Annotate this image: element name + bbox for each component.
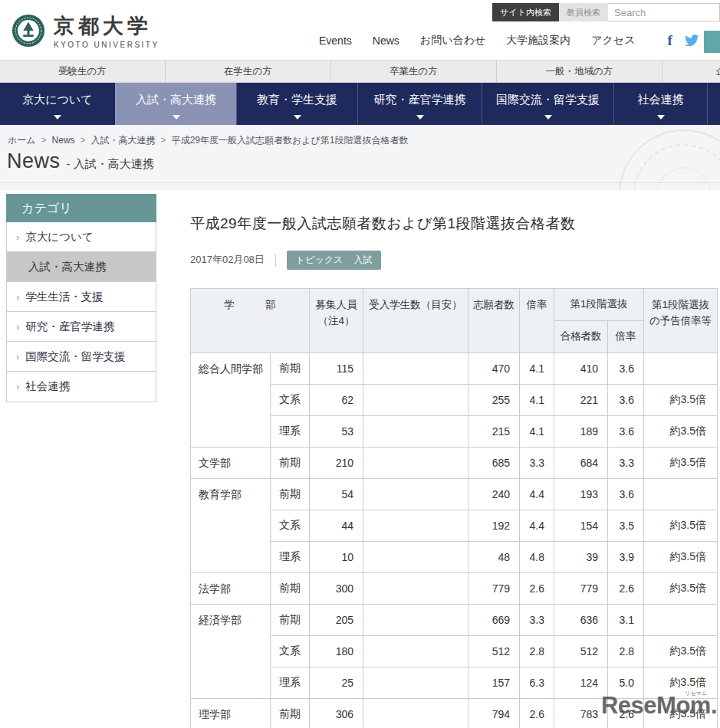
university-emblem-icon: [11, 13, 46, 48]
table-row: 理系 53 215 4.1 189 3.6 約3.5倍: [191, 416, 718, 448]
th-faculty: 学 部: [191, 289, 310, 353]
site-search-tab[interactable]: サイト内検索: [492, 3, 559, 21]
table-row: 理系 10 48 4.8 39 3.9 約3.5倍: [191, 542, 718, 573]
nav-international[interactable]: 国際交流・留学支援: [482, 83, 613, 125]
global-nav: 京大について 入試・高大連携 教育・学生支援 研究・産官学連携 国際交流・留学支…: [0, 83, 720, 125]
chevron-right-icon: ›: [16, 231, 19, 243]
link-news[interactable]: News: [373, 34, 399, 47]
chevron-down-icon: [544, 115, 552, 120]
th-applicants: 志願者数: [468, 289, 520, 353]
sidebar-item-admissions[interactable]: 入試・高大連携: [7, 252, 156, 282]
nav-community[interactable]: 社会連携: [613, 83, 707, 125]
breadcrumb: ホーム>News>入試・高大連携>平成29年度一般入試志願者数および第1段階選抜…: [8, 134, 409, 147]
audience-tab-partial[interactable]: 企: [662, 61, 720, 82]
twitter-icon[interactable]: [684, 34, 699, 48]
category-sidebar: カテゴリ ›京大について 入試・高大連携 ›学生生活・支援 ›研究・産官学連携 …: [6, 194, 156, 402]
chevron-right-icon: ›: [16, 321, 19, 333]
nav-about[interactable]: 京大について: [0, 83, 115, 125]
link-contact[interactable]: お問い合わせ: [420, 34, 485, 48]
th-stage1: 第1段階選抜: [554, 289, 644, 321]
tag-topics[interactable]: トピックス: [296, 254, 343, 267]
nav-admissions[interactable]: 入試・高大連携: [115, 83, 236, 125]
sidebar-item-about[interactable]: ›京大について: [7, 222, 156, 252]
audience-tab-alumni[interactable]: 卒業生の方: [331, 61, 497, 82]
sidebar-item-student-life[interactable]: ›学生生活・支援: [7, 282, 156, 312]
table-row: 文系 44 192 4.4 154 3.5 約3.5倍: [191, 510, 718, 542]
search-input[interactable]: [608, 3, 720, 21]
article-date: 2017年02月08日: [190, 253, 265, 267]
nav-partial-item: [707, 83, 720, 125]
audience-tab-public[interactable]: 一般・地域の方: [497, 61, 662, 82]
table-row: 総合人間学部 前期 115 470 4.1 410 3.6: [191, 353, 718, 385]
page-subtitle: - 入試・高大連携: [67, 157, 154, 172]
article-title: 平成29年度一般入試志願者数および第1段階選抜合格者数: [190, 214, 720, 234]
table-row: 法学部 前期 300 779 2.6 779 2.6 約3.5倍: [191, 573, 718, 605]
admissions-table: 学 部 募集人員（注4） 受入学生数（目安） 志願者数 倍率 第1段階選抜 第1…: [190, 288, 718, 728]
breadcrumb-admissions[interactable]: 入試・高大連携: [91, 135, 156, 146]
th-stage1-ratio: 倍率: [608, 321, 644, 353]
chevron-right-icon: ›: [16, 351, 19, 362]
th-announced: 第1段階選抜の予告倍率等: [644, 289, 718, 353]
divider: [0, 182, 720, 183]
chevron-down-icon: [294, 115, 301, 120]
link-access[interactable]: アクセス: [591, 34, 635, 48]
nav-education[interactable]: 教育・学生支援: [236, 83, 357, 125]
th-recruit: 募集人員（注4）: [310, 289, 363, 353]
chevron-down-icon: [416, 115, 424, 120]
breadcrumb-current: 平成29年度一般入試志願者数および第1段階選抜合格者数: [172, 135, 409, 146]
sidebar-item-international[interactable]: ›国際交流・留学支援: [7, 342, 156, 372]
chevron-down-icon: [173, 115, 180, 120]
sidebar-item-community[interactable]: ›社会連携: [7, 372, 156, 402]
divider: [275, 254, 276, 267]
page-title-band: ホーム>News>入試・高大連携>平成29年度一般入試志願者数および第1段階選抜…: [0, 125, 720, 190]
chevron-down-icon: [657, 115, 665, 120]
search-bar: サイト内検索 教員検索: [492, 3, 720, 21]
link-facilities[interactable]: 大学施設案内: [506, 34, 570, 48]
resemom-watermark: リセマム ReseMom.: [601, 692, 717, 720]
th-accept: 受入学生数（目安）: [363, 289, 468, 353]
faculty-search-tab[interactable]: 教員検索: [559, 3, 608, 21]
table-row: 教育学部 前期 54 240 4.4 193 3.6: [191, 479, 718, 510]
article-tags-badge[interactable]: トピックス 入試: [287, 251, 381, 270]
link-events[interactable]: Events: [319, 34, 352, 47]
table-row: 文学部 前期 210 685 3.3 684 3.3 約3.5倍: [191, 448, 718, 479]
audience-nav: 受験生の方 在学生の方 卒業生の方 一般・地域の方 企: [0, 60, 720, 83]
page-title: News: [7, 149, 61, 173]
tag-admissions[interactable]: 入試: [353, 254, 372, 267]
table-row: 文系 180 512 2.8 512 2.8 約3.5倍: [191, 636, 718, 667]
facebook-icon[interactable]: f: [667, 32, 672, 49]
chevron-right-icon: ›: [16, 291, 19, 303]
article-area: 平成29年度一般入試志願者数および第1段階選抜合格者数 2017年02月08日 …: [188, 190, 720, 728]
breadcrumb-home[interactable]: ホーム: [8, 135, 36, 146]
chevron-right-icon: ›: [16, 381, 19, 392]
university-seal-watermark: [619, 130, 720, 190]
sidebar-title: カテゴリ: [6, 194, 156, 222]
th-ratio: 倍率: [520, 289, 554, 353]
partial-teal-button[interactable]: [704, 31, 720, 53]
site-header: 京都大学 KYOTO UNIVERSITY サイト内検索 教員検索 Events…: [0, 0, 720, 60]
breadcrumb-news[interactable]: News: [52, 135, 75, 146]
logo-en-text: KYOTO UNIVERSITY: [54, 41, 159, 49]
th-stage1-pass: 合格者数: [554, 321, 608, 353]
audience-tab-current[interactable]: 在学生の方: [166, 61, 331, 82]
university-logo[interactable]: 京都大学 KYOTO UNIVERSITY: [11, 12, 159, 49]
chevron-down-icon: [54, 115, 61, 120]
table-row: 経済学部 前期 205 669 3.3 636 3.1: [191, 605, 718, 636]
audience-tab-prospective[interactable]: 受験生の方: [0, 61, 166, 82]
logo-jp-text: 京都大学: [54, 12, 159, 40]
sidebar-item-research[interactable]: ›研究・産官学連携: [7, 312, 156, 342]
utility-nav: Events News お問い合わせ 大学施設案内 アクセス f: [319, 32, 720, 49]
table-row: 文系 62 255 4.1 221 3.6 約3.5倍: [191, 385, 718, 416]
nav-research[interactable]: 研究・産官学連携: [357, 83, 482, 125]
